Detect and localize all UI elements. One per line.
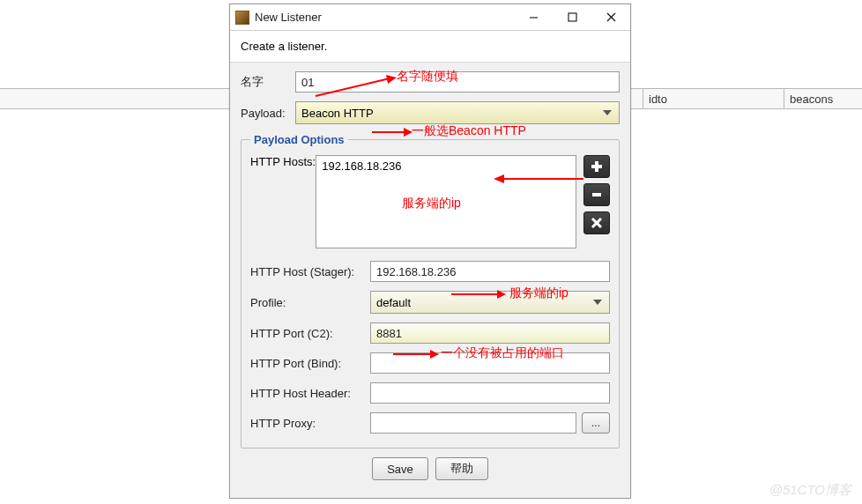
save-button[interactable]: Save (372, 457, 428, 480)
window-controls (514, 4, 630, 30)
http-hosts-label: HTTP Hosts: (250, 155, 316, 168)
profile-label: Profile: (250, 296, 370, 309)
watermark: @51CTO博客 (769, 482, 851, 499)
svg-rect-7 (592, 193, 601, 196)
new-listener-dialog: New Listener Create a listener. 名字 Paylo… (229, 4, 631, 499)
minimize-button[interactable] (514, 4, 553, 30)
remove-host-button[interactable] (583, 183, 610, 206)
profile-value: default (376, 296, 411, 309)
maximize-button[interactable] (553, 4, 591, 30)
payload-label: Payload: (241, 107, 295, 120)
payload-value: Beacon HTTP (301, 107, 374, 120)
window-title: New Listener (255, 11, 514, 24)
titlebar: New Listener (230, 4, 630, 31)
host-stager-label: HTTP Host (Stager): (250, 265, 370, 278)
http-hosts-list[interactable]: 192.168.18.236 (316, 155, 576, 248)
clear-hosts-button[interactable] (583, 211, 610, 234)
hosts-buttons (583, 155, 610, 234)
svg-rect-6 (591, 165, 602, 168)
http-host-entry: 192.168.18.236 (322, 159, 570, 173)
payload-options-fieldset: Payload Options HTTP Hosts: 192.168.18.2… (241, 133, 620, 448)
host-header-input[interactable] (370, 382, 610, 404)
chevron-down-icon (599, 105, 615, 121)
svg-marker-4 (603, 110, 612, 115)
payload-combo[interactable]: Beacon HTTP (295, 101, 620, 124)
svg-rect-1 (568, 13, 576, 21)
profile-row: Profile: default (250, 291, 610, 314)
bg-column-beacons: beacons (784, 89, 862, 108)
close-button[interactable] (591, 4, 630, 30)
port-bind-input[interactable] (370, 352, 610, 374)
name-row: 名字 (241, 71, 620, 93)
host-stager-input[interactable] (370, 261, 610, 282)
name-input[interactable] (295, 71, 620, 93)
form-body: 名字 Payload: Beacon HTTP Payload Options … (230, 63, 630, 489)
help-button[interactable]: 帮助 (435, 457, 488, 480)
port-c2-label: HTTP Port (C2): (250, 327, 370, 340)
host-header-row: HTTP Host Header: (250, 382, 610, 404)
host-header-label: HTTP Host Header: (250, 387, 370, 400)
add-host-button[interactable] (583, 155, 610, 178)
port-bind-row: HTTP Port (Bind): (250, 352, 610, 374)
dialog-subheader: Create a listener. (230, 31, 630, 63)
app-icon (235, 11, 249, 25)
http-hosts-row: HTTP Hosts: 192.168.18.236 (250, 155, 610, 248)
profile-combo[interactable]: default (370, 291, 610, 314)
chevron-down-icon (590, 294, 606, 310)
bg-column-idto: idto (643, 89, 784, 108)
host-stager-row: HTTP Host (Stager): (250, 261, 610, 282)
name-label: 名字 (241, 74, 295, 90)
payload-row: Payload: Beacon HTTP (241, 101, 620, 124)
proxy-row: HTTP Proxy: ... (250, 412, 610, 434)
port-c2-input[interactable] (370, 322, 610, 344)
options-legend: Payload Options (250, 133, 348, 146)
proxy-browse-button[interactable]: ... (582, 412, 610, 434)
port-c2-row: HTTP Port (C2): (250, 322, 610, 344)
dialog-footer: Save 帮助 (241, 448, 620, 480)
port-bind-label: HTTP Port (Bind): (250, 357, 370, 370)
svg-marker-10 (593, 300, 602, 305)
proxy-input[interactable] (370, 412, 576, 434)
proxy-label: HTTP Proxy: (250, 417, 370, 430)
